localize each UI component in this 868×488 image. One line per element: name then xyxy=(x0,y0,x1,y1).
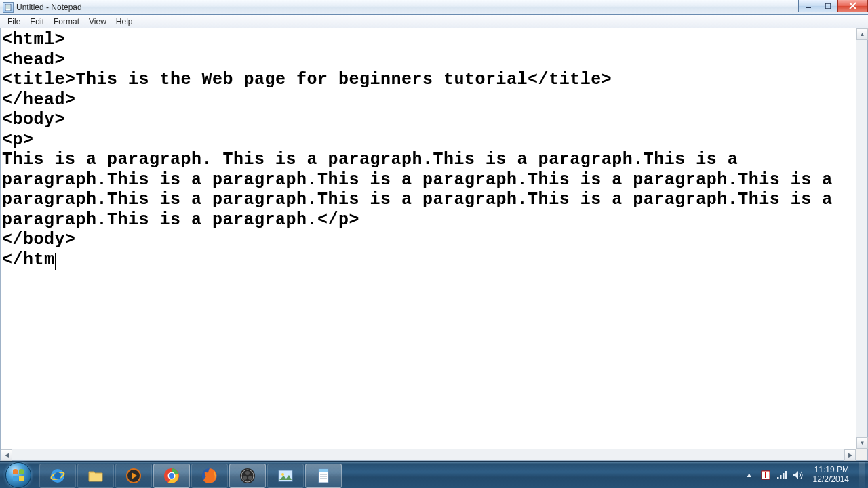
network-icon[interactable] xyxy=(776,470,787,481)
svg-point-21 xyxy=(248,476,252,480)
volume-icon[interactable] xyxy=(793,470,804,481)
chrome-icon xyxy=(163,467,180,485)
obs-icon xyxy=(239,467,256,485)
media-player-icon xyxy=(125,467,142,485)
svg-rect-33 xyxy=(780,475,782,479)
taskbar-item-file-explorer[interactable] xyxy=(77,464,114,488)
svg-rect-35 xyxy=(785,471,787,479)
scroll-right-button[interactable]: ▶ xyxy=(844,449,856,461)
horizontal-scroll-track[interactable] xyxy=(12,449,844,460)
minimize-button[interactable] xyxy=(798,0,818,12)
taskbar-item-media-player[interactable] xyxy=(115,464,152,488)
svg-point-19 xyxy=(245,471,250,475)
taskbar-item-notepad[interactable] xyxy=(305,464,342,488)
window-controls xyxy=(799,0,868,14)
svg-point-15 xyxy=(169,473,174,479)
vertical-scroll-track[interactable] xyxy=(856,40,867,437)
taskbar: ▲ 11:19 PM 12/2/2014 xyxy=(0,461,868,488)
text-editor[interactable]: <html> <head> <title>This is the Web pag… xyxy=(1,28,856,449)
svg-point-17 xyxy=(240,468,255,483)
svg-rect-34 xyxy=(783,473,785,479)
text-cursor xyxy=(55,253,56,270)
taskbar-item-obs[interactable] xyxy=(229,464,266,488)
show-desktop-button[interactable] xyxy=(859,462,865,489)
close-button[interactable] xyxy=(837,0,868,12)
svg-rect-25 xyxy=(319,469,328,472)
menu-bar: File Edit Format View Help xyxy=(0,15,868,28)
svg-point-20 xyxy=(243,476,247,480)
menu-edit[interactable]: Edit xyxy=(25,16,49,28)
svg-rect-30 xyxy=(765,472,766,476)
firefox-icon xyxy=(201,467,218,485)
taskbar-item-firefox[interactable] xyxy=(191,464,228,488)
svg-point-23 xyxy=(281,473,284,476)
window-title: Untitled - Notepad xyxy=(16,3,82,12)
menu-format[interactable]: Format xyxy=(49,16,84,28)
maximize-button[interactable] xyxy=(818,0,838,12)
svg-rect-32 xyxy=(777,477,779,479)
svg-rect-0 xyxy=(5,4,11,11)
start-button[interactable] xyxy=(0,462,37,488)
scroll-left-button[interactable]: ◀ xyxy=(1,449,12,461)
notepad-app-icon xyxy=(3,2,14,13)
taskbar-items xyxy=(37,462,342,488)
vertical-scrollbar[interactable]: ▲ ▼ xyxy=(856,28,867,449)
taskbar-clock[interactable]: 11:19 PM 12/2/2014 xyxy=(809,466,853,485)
horizontal-scrollbar[interactable]: ◀ ▶ xyxy=(1,449,856,460)
ie-icon xyxy=(49,467,66,485)
svg-rect-5 xyxy=(825,3,831,9)
scrollbar-corner xyxy=(856,449,867,460)
clock-date: 12/2/2014 xyxy=(813,475,849,485)
editor-container: <html> <head> <title>This is the Web pag… xyxy=(0,28,868,461)
window-titlebar: Untitled - Notepad xyxy=(0,0,868,15)
clock-time: 11:19 PM xyxy=(813,466,849,475)
windows-orb-icon xyxy=(5,462,31,488)
menu-file[interactable]: File xyxy=(3,16,25,28)
folder-icon xyxy=(87,467,104,485)
svg-point-10 xyxy=(54,472,61,479)
taskbar-item-photo-viewer[interactable] xyxy=(267,464,304,488)
svg-rect-31 xyxy=(765,476,766,478)
system-tray: ▲ 11:19 PM 12/2/2014 xyxy=(744,462,868,488)
menu-view[interactable]: View xyxy=(84,16,111,28)
notepad-icon xyxy=(315,467,332,485)
editor-content: <html> <head> <title>This is the Web pag… xyxy=(2,30,843,270)
taskbar-item-internet-explorer[interactable] xyxy=(39,464,76,488)
action-center-icon[interactable] xyxy=(760,470,771,481)
taskbar-item-chrome[interactable] xyxy=(153,464,190,488)
scroll-up-button[interactable]: ▲ xyxy=(856,28,868,40)
scroll-down-button[interactable]: ▼ xyxy=(856,437,868,449)
picture-icon xyxy=(277,467,294,485)
menu-help[interactable]: Help xyxy=(111,16,138,28)
show-hidden-icons-button[interactable]: ▲ xyxy=(744,470,755,481)
